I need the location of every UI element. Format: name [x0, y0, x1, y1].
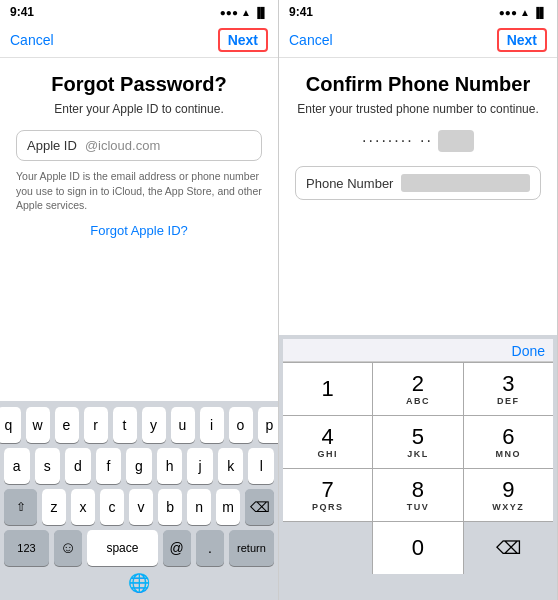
key-z[interactable]: z: [42, 489, 66, 525]
key-x[interactable]: x: [71, 489, 95, 525]
status-icons-right: ●●● ▲ ▐▌: [499, 7, 547, 18]
numpad-key-9[interactable]: 9 WXYZ: [464, 469, 553, 521]
key-n[interactable]: n: [187, 489, 211, 525]
numpad-done-button[interactable]: Done: [512, 343, 545, 359]
numpad-key-7[interactable]: 7 PQRS: [283, 469, 372, 521]
key-s[interactable]: s: [35, 448, 61, 484]
key-i[interactable]: i: [200, 407, 224, 443]
key-dot[interactable]: .: [196, 530, 224, 566]
status-time-right: 9:41: [289, 5, 313, 19]
battery-icon: ▐▌: [254, 7, 268, 18]
phone-masked-value: [438, 130, 474, 152]
key-l[interactable]: l: [248, 448, 274, 484]
numpad-key-empty: [283, 522, 372, 574]
keyboard-left: q w e r t y u i o p a s d f g h j k l ⇧ …: [0, 401, 278, 600]
nav-bar-left: Cancel Next: [0, 22, 278, 58]
key-c[interactable]: c: [100, 489, 124, 525]
key-a[interactable]: a: [4, 448, 30, 484]
numpad-key-5[interactable]: 5 JKL: [373, 416, 462, 468]
kb-row-4: 123 ☺ space @ . return: [4, 530, 274, 566]
forgot-apple-id-link[interactable]: Forgot Apple ID?: [16, 223, 262, 238]
forgot-password-content: Forgot Password? Enter your Apple ID to …: [0, 58, 278, 401]
key-e[interactable]: e: [55, 407, 79, 443]
forgot-password-subtitle: Enter your Apple ID to continue.: [16, 102, 262, 116]
status-bar-left: 9:41 ●●● ▲ ▐▌: [0, 0, 278, 22]
signal-icon: ●●●: [220, 7, 238, 18]
numpad-key-6[interactable]: 6 MNO: [464, 416, 553, 468]
key-return[interactable]: return: [229, 530, 274, 566]
phone-dots-row: ········ ··: [295, 130, 541, 152]
globe-bar: 🌐: [4, 568, 274, 596]
cancel-button-left[interactable]: Cancel: [10, 32, 54, 48]
key-k[interactable]: k: [218, 448, 244, 484]
numpad-key-2[interactable]: 2 ABC: [373, 363, 462, 415]
globe-icon[interactable]: 🌐: [128, 572, 150, 594]
key-h[interactable]: h: [157, 448, 183, 484]
numpad-done-row: Done: [283, 339, 553, 362]
forgot-password-panel: 9:41 ●●● ▲ ▐▌ Cancel Next Forgot Passwor…: [0, 0, 279, 600]
numpad-key-8[interactable]: 8 TUV: [373, 469, 462, 521]
numpad-key-3[interactable]: 3 DEF: [464, 363, 553, 415]
next-button-left[interactable]: Next: [218, 28, 268, 52]
key-b[interactable]: b: [158, 489, 182, 525]
kb-row-1: q w e r t y u i o p: [4, 407, 274, 443]
key-u[interactable]: u: [171, 407, 195, 443]
key-o[interactable]: o: [229, 407, 253, 443]
key-backspace[interactable]: ⌫: [245, 489, 274, 525]
numpad-key-1[interactable]: 1: [283, 363, 372, 415]
phone-number-label: Phone Number: [306, 176, 393, 191]
key-d[interactable]: d: [65, 448, 91, 484]
key-t[interactable]: t: [113, 407, 137, 443]
numpad-key-4[interactable]: 4 GHI: [283, 416, 372, 468]
numpad: Done 1 2 ABC 3 DEF 4 GHI: [279, 335, 557, 600]
key-emoji[interactable]: ☺: [54, 530, 82, 566]
battery-icon-r: ▐▌: [533, 7, 547, 18]
apple-id-value: @icloud.com: [85, 138, 251, 153]
key-shift[interactable]: ⇧: [4, 489, 37, 525]
next-button-right[interactable]: Next: [497, 28, 547, 52]
signal-icon-r: ●●●: [499, 7, 517, 18]
key-123[interactable]: 123: [4, 530, 49, 566]
confirm-phone-subtitle: Enter your trusted phone number to conti…: [295, 102, 541, 116]
status-bar-right: 9:41 ●●● ▲ ▐▌: [279, 0, 557, 22]
confirm-phone-panel: 9:41 ●●● ▲ ▐▌ Cancel Next Confirm Phone …: [279, 0, 558, 600]
status-icons-left: ●●● ▲ ▐▌: [220, 7, 268, 18]
confirm-phone-content: Confirm Phone Number Enter your trusted …: [279, 58, 557, 335]
numpad-key-backspace[interactable]: ⌫: [464, 522, 553, 574]
key-f[interactable]: f: [96, 448, 122, 484]
nav-bar-right: Cancel Next: [279, 22, 557, 58]
key-v[interactable]: v: [129, 489, 153, 525]
apple-id-label: Apple ID: [27, 138, 77, 153]
phone-number-value: [401, 174, 530, 192]
key-m[interactable]: m: [216, 489, 240, 525]
wifi-icon-r: ▲: [520, 7, 530, 18]
kb-row-3: ⇧ z x c v b n m ⌫: [4, 489, 274, 525]
phone-dots: ········ ··: [362, 132, 433, 150]
numpad-key-0[interactable]: 0: [373, 522, 462, 574]
key-r[interactable]: r: [84, 407, 108, 443]
confirm-phone-title: Confirm Phone Number: [295, 72, 541, 96]
forgot-password-title: Forgot Password?: [16, 72, 262, 96]
wifi-icon: ▲: [241, 7, 251, 18]
key-g[interactable]: g: [126, 448, 152, 484]
apple-id-field[interactable]: Apple ID @icloud.com: [16, 130, 262, 161]
apple-id-hint: Your Apple ID is the email address or ph…: [16, 169, 262, 213]
key-j[interactable]: j: [187, 448, 213, 484]
key-p[interactable]: p: [258, 407, 280, 443]
phone-number-field[interactable]: Phone Number: [295, 166, 541, 200]
numpad-grid: 1 2 ABC 3 DEF 4 GHI 5 JKL: [283, 362, 553, 574]
status-time-left: 9:41: [10, 5, 34, 19]
key-space[interactable]: space: [87, 530, 157, 566]
key-at[interactable]: @: [163, 530, 191, 566]
kb-row-2: a s d f g h j k l: [4, 448, 274, 484]
key-y[interactable]: y: [142, 407, 166, 443]
key-w[interactable]: w: [26, 407, 50, 443]
cancel-button-right[interactable]: Cancel: [289, 32, 333, 48]
key-q[interactable]: q: [0, 407, 21, 443]
